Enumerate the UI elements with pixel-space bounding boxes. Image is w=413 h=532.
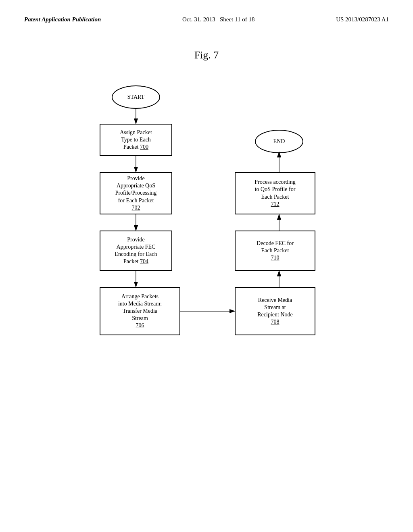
patent-number-label: US 2013/0287023 A1	[336, 16, 389, 23]
box-712: Process according to QoS Profile for Eac…	[235, 172, 315, 214]
figure-title: Fig. 7	[24, 49, 389, 61]
patent-application-label: Patent Application Publication	[24, 16, 101, 23]
box-706: Arrange Packets into Media Stream; Trans…	[100, 287, 180, 335]
box-700: Assign Packet Type to Each Packet 700	[100, 124, 172, 156]
box-708: Receive Media Stream at Recipient Node 7…	[235, 287, 315, 335]
date-label: Oct. 31, 2013	[182, 16, 215, 23]
end-oval: END	[255, 130, 303, 153]
box-710: Decode FEC for Each Packet 710	[235, 231, 315, 271]
date-sheet-label: Oct. 31, 2013 Sheet 11 of 18	[182, 16, 254, 23]
sheet-label: Sheet 11 of 18	[220, 16, 255, 23]
header: Patent Application Publication Oct. 31, …	[24, 16, 389, 25]
box-702: Provide Appropriate QoS Profile/Processi…	[100, 172, 172, 214]
flowchart: START END Assign Packet Type to Each Pac…	[65, 81, 348, 424]
box-704: Provide Appropriate FEC Encoding for Eac…	[100, 231, 172, 271]
page: Patent Application Publication Oct. 31, …	[0, 0, 413, 532]
start-oval: START	[112, 85, 160, 109]
